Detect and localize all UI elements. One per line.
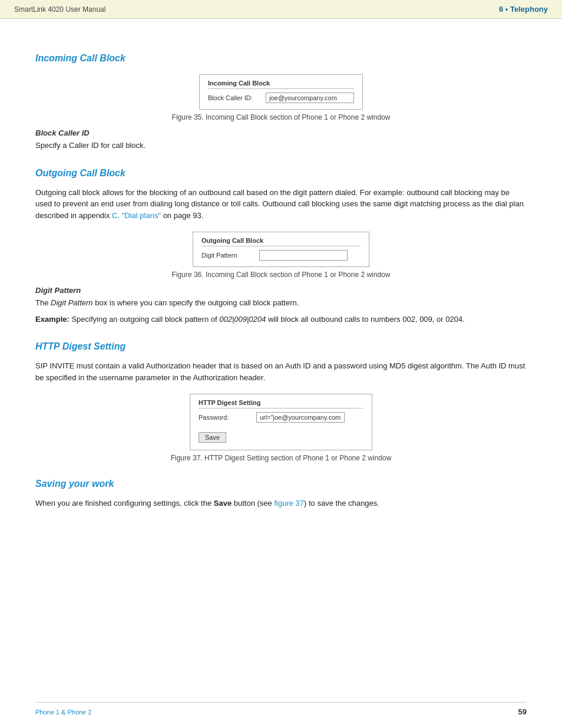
block-caller-id-subheading: Block Caller ID — [35, 129, 527, 137]
example-label: Example: — [35, 315, 70, 324]
http-digest-section: HTTP Digest Setting SIP INVITE must cont… — [35, 341, 527, 462]
saving-body-middle: button (see — [232, 499, 274, 508]
http-widget-title: HTTP Digest Setting — [199, 399, 363, 409]
block-caller-id-body: Specify a Caller ID for call block. — [35, 140, 527, 151]
incoming-widget-row: Block Caller ID: — [208, 93, 354, 103]
block-caller-id-input[interactable] — [266, 93, 354, 103]
main-content: Incoming Call Block Incoming Call Block … — [0, 19, 562, 538]
saving-your-work-section: Saving your work When you are finished c… — [35, 479, 527, 509]
saving-body: When you are finished configuring settin… — [35, 498, 527, 509]
digit-pattern-label: Digit Pattern — [201, 252, 254, 259]
save-bold: Save — [214, 499, 232, 508]
figure-37-link[interactable]: figure 37 — [274, 499, 304, 508]
digit-pattern-body: The Digit Pattern box is where you can s… — [35, 297, 527, 309]
example-text: Example: Specifying an outgoing call blo… — [35, 314, 527, 325]
figure-37-caption: Figure 37. HTTP Digest Setting section o… — [171, 454, 392, 462]
footer: Phone 1 & Phone 2 59 — [35, 702, 527, 716]
outgoing-call-block-heading: Outgoing Call Block — [35, 168, 527, 179]
dial-plans-link[interactable]: C, "Dial plans" — [112, 211, 161, 220]
incoming-call-block-widget: Incoming Call Block Block Caller ID: — [199, 74, 363, 110]
outgoing-widget-row: Digit Pattern — [201, 250, 361, 261]
saving-body-end: ) to save the changes. — [304, 499, 379, 508]
digit-pattern-em: Digit Pattern — [51, 298, 93, 307]
digit-pattern-input[interactable] — [259, 250, 348, 261]
chapter-label: 6 • Telephony — [499, 5, 548, 14]
footer-right: 59 — [518, 707, 527, 716]
outgoing-intro-text: Outgoing call block allows for the block… — [35, 187, 527, 222]
save-button[interactable]: Save — [199, 432, 226, 443]
outgoing-call-block-section: Outgoing Call Block Outgoing call block … — [35, 168, 527, 325]
outgoing-call-block-widget: Outgoing Call Block Digit Pattern — [193, 232, 369, 267]
http-digest-heading: HTTP Digest Setting — [35, 341, 527, 352]
http-widget-row: Password: — [199, 412, 363, 423]
figure-36-container: Outgoing Call Block Digit Pattern Figure… — [35, 232, 527, 279]
block-caller-id-label: Block Caller ID: — [208, 94, 261, 101]
figure-36-caption: Figure 36. Incoming Call Block section o… — [172, 271, 391, 279]
figure-35-container: Incoming Call Block Block Caller ID: Fig… — [35, 74, 527, 121]
saving-body-start: When you are finished configuring settin… — [35, 499, 214, 508]
incoming-call-block-heading: Incoming Call Block — [35, 53, 527, 64]
http-digest-widget: HTTP Digest Setting Password: Save — [190, 394, 372, 450]
save-btn-container: Save — [199, 427, 363, 443]
password-input[interactable] — [256, 412, 345, 423]
header-bar: SmartLink 4020 User Manual 6 • Telephony — [0, 0, 562, 19]
digit-pattern-subheading: Digit Pattern — [35, 286, 527, 295]
manual-title: SmartLink 4020 User Manual — [14, 5, 105, 14]
password-label: Password: — [199, 414, 252, 421]
http-digest-body: SIP INVITE must contain a valid Authoriz… — [35, 360, 527, 383]
footer-left: Phone 1 & Phone 2 — [35, 709, 91, 716]
incoming-call-block-section: Incoming Call Block Incoming Call Block … — [35, 53, 527, 151]
example-pattern: 002|009|0204 — [219, 315, 266, 324]
saving-your-work-heading: Saving your work — [35, 479, 527, 489]
figure-35-caption: Figure 35. Incoming Call Block section o… — [172, 113, 391, 121]
outgoing-widget-title: Outgoing Call Block — [201, 237, 361, 246]
figure-37-container: HTTP Digest Setting Password: Save Figur… — [35, 394, 527, 462]
incoming-widget-title: Incoming Call Block — [208, 80, 354, 89]
